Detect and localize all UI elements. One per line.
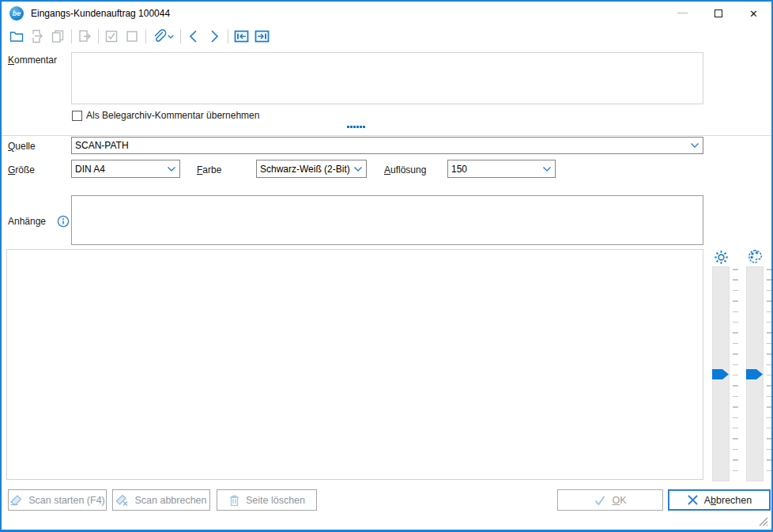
window-title: Eingangs-Kundenauftrag 100044 [31, 8, 170, 19]
fit-to-left-edge-icon[interactable] [232, 28, 250, 45]
comment-input[interactable] [71, 52, 703, 104]
minimize-button[interactable]: — [665, 2, 700, 25]
scan-new-page-icon [76, 28, 93, 45]
checkbox-checked-icon [103, 28, 120, 45]
size-value: DIN A4 [75, 164, 164, 175]
app-logo-icon: be [9, 6, 24, 21]
resize-grip[interactable] [757, 515, 768, 526]
delete-page-button[interactable]: Seite löschen [217, 489, 317, 511]
toolbar-separator [145, 29, 146, 43]
ok-button[interactable]: OK [557, 489, 663, 511]
toolbar-separator [98, 29, 99, 43]
source-label: Quelle [8, 141, 36, 152]
close-icon: ✕ [749, 8, 758, 20]
toolbar-separator [180, 29, 181, 43]
copy-document-icon [49, 28, 66, 45]
archive-comment-checkbox[interactable] [72, 111, 82, 121]
color-dropdown[interactable]: Schwarz-Weiß (2-Bit) [256, 160, 367, 178]
cancel-button[interactable]: Abbrechen [668, 489, 771, 511]
palette-icon [748, 249, 763, 264]
size-label: Größe [8, 164, 35, 175]
check-icon [594, 495, 606, 506]
resolution-label: Auflösung [384, 164, 426, 175]
attachments-label: Anhänge [8, 216, 46, 227]
chevron-down-icon [353, 166, 363, 172]
scan-start-label: Scan starten (F4) [28, 495, 105, 506]
trash-icon [228, 494, 240, 507]
sun-icon [714, 250, 729, 265]
previous-page-icon[interactable] [185, 28, 202, 45]
brightness-slider-ticks [733, 269, 738, 481]
dialog-window: be Eingangs-Kundenauftrag 100044 — ✕ [0, 0, 773, 532]
source-dropdown[interactable]: SCAN-PATH [71, 137, 703, 154]
scan-start-button[interactable]: Scan starten (F4) [8, 489, 107, 511]
toolbar-separator [71, 29, 72, 43]
minimize-icon: — [677, 6, 688, 18]
open-folder-icon[interactable] [8, 28, 25, 45]
size-dropdown[interactable]: DIN A4 [71, 160, 180, 178]
scanner-icon [9, 494, 23, 507]
close-button[interactable]: ✕ [736, 2, 771, 25]
contrast-slider-ticks [767, 269, 772, 481]
horizontal-separator [2, 135, 771, 136]
x-icon [687, 494, 699, 506]
color-label: Farbe [197, 164, 221, 175]
chevron-down-icon [167, 166, 176, 172]
toolbar [2, 25, 771, 47]
export-document-icon [28, 28, 46, 45]
attachment-icon[interactable] [150, 28, 175, 45]
comment-label: Kommentar [8, 55, 57, 66]
maximize-button[interactable] [700, 2, 736, 25]
chevron-down-icon [690, 142, 699, 149]
info-icon[interactable] [57, 215, 70, 228]
color-value: Schwarz-Weiß (2-Bit) [260, 164, 351, 175]
scan-cancel-label: Scan abbrechen [134, 495, 206, 506]
splitter-handle[interactable] [347, 126, 365, 128]
next-page-icon[interactable] [206, 28, 223, 45]
fit-to-right-edge-icon[interactable] [253, 28, 270, 45]
toolbar-separator [228, 29, 228, 43]
delete-page-label: Seite löschen [246, 495, 305, 506]
chevron-down-icon [542, 166, 552, 172]
title-bar: be Eingangs-Kundenauftrag 100044 — ✕ [2, 2, 771, 25]
resolution-value: 150 [451, 164, 540, 175]
source-value: SCAN-PATH [75, 140, 688, 151]
ok-label: OK [612, 495, 626, 506]
attachments-list[interactable] [71, 195, 703, 245]
maximize-icon [715, 9, 722, 17]
scanner-cancel-icon [115, 494, 129, 507]
scan-preview-area[interactable] [6, 249, 703, 480]
cancel-label: Abbrechen [704, 495, 752, 506]
checkbox-unchecked-icon [123, 28, 141, 45]
resolution-dropdown[interactable]: 150 [447, 160, 556, 178]
archive-comment-checkbox-label: Als Belegarchiv-Kommentar übernehmen [86, 110, 259, 121]
scan-cancel-button[interactable]: Scan abbrechen [112, 489, 210, 511]
archive-comment-checkbox-row[interactable]: Als Belegarchiv-Kommentar übernehmen [72, 110, 259, 121]
